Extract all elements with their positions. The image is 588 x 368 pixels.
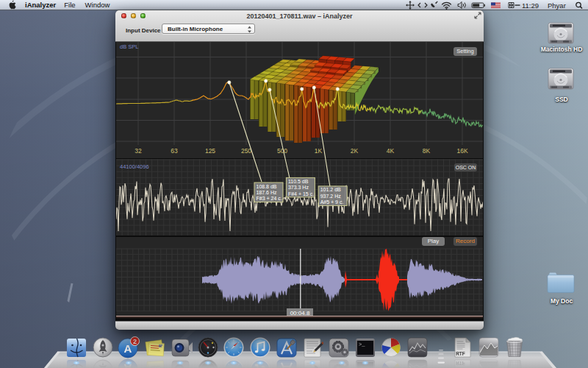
svg-text:32: 32 — [135, 147, 142, 155]
svg-text:16K: 16K — [456, 147, 467, 155]
svg-text:2K: 2K — [351, 147, 359, 155]
svg-text:11:29: 11:29 — [522, 1, 539, 9]
svg-text:dB SPL: dB SPL — [120, 43, 138, 50]
svg-text:1K: 1K — [315, 147, 323, 155]
svg-text:>_: >_ — [359, 342, 365, 347]
svg-text:63: 63 — [171, 147, 178, 155]
svg-text:4K: 4K — [387, 147, 395, 155]
svg-text:44100/4096: 44100/4096 — [120, 163, 149, 170]
svg-text:500: 500 — [277, 147, 287, 155]
svg-text:Phyar: Phyar — [548, 1, 566, 9]
svg-text:125: 125 — [205, 147, 215, 155]
svg-text:8K: 8K — [423, 147, 431, 155]
svg-text:250: 250 — [241, 147, 251, 155]
svg-text:A: A — [124, 342, 132, 355]
svg-text:RTF: RTF — [456, 351, 465, 356]
svg-text:2: 2 — [133, 338, 137, 345]
